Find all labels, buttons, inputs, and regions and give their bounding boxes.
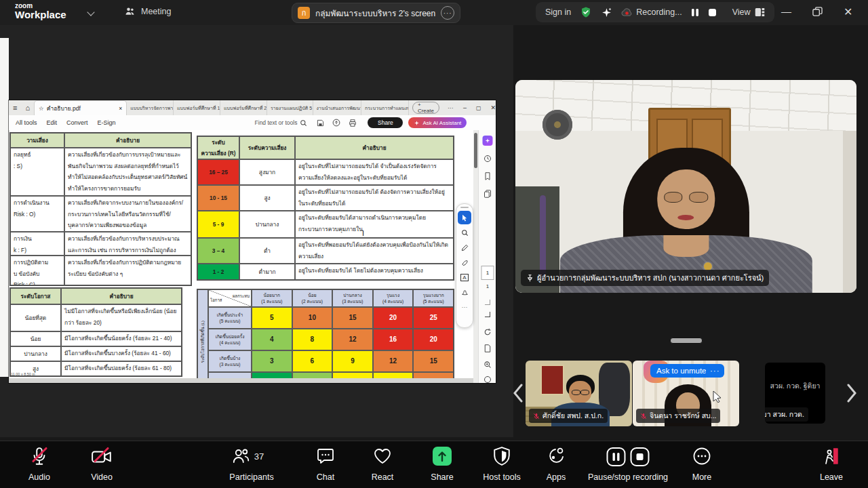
risk-range-cell: 5 - 9 [197, 211, 239, 238]
cursor-arrow-icon [461, 214, 469, 222]
search-icon[interactable] [300, 119, 307, 127]
mic-muted-icon [533, 413, 540, 420]
sign-in-button[interactable]: Sign in [545, 7, 571, 17]
zoom-tool-button[interactable] [458, 226, 471, 239]
audio-button[interactable] [31, 447, 48, 467]
print-icon[interactable] [349, 119, 357, 127]
menu-edit[interactable]: Edit [47, 119, 58, 126]
more-tools-button[interactable]: ··· [458, 300, 471, 314]
menu-esign[interactable]: E-Sign [98, 119, 116, 126]
more-button[interactable] [692, 447, 711, 466]
document-icon [484, 344, 492, 352]
video-button[interactable] [91, 447, 113, 467]
bookmarks-panel-button[interactable] [484, 172, 492, 180]
share-pdf-button[interactable]: Share [368, 117, 403, 128]
rotate-page-button[interactable] [484, 328, 492, 336]
acrobat-home-icon[interactable]: ⌂ [25, 104, 30, 112]
workspace-chevron-icon[interactable] [87, 8, 94, 16]
react-button[interactable] [373, 447, 392, 465]
menu-convert[interactable]: Convert [66, 119, 88, 126]
table-cell: น้อยที่สุด [10, 304, 61, 331]
tab-shared-screen[interactable]: ก กลุ่มพัฒนาระบบบริหาร 2's screen ··· [292, 3, 460, 23]
tab-close-icon[interactable]: × [119, 105, 122, 112]
pdf-tab[interactable]: งานนำเสนอการพัฒนาค... [313, 100, 362, 115]
table-cell: มีโอกาสที่จะเกิดขึ้นน้อยครั้ง (ร้อยละ 21… [61, 331, 182, 346]
page-number-box[interactable]: 1 [481, 266, 494, 280]
pdf-scrollbar-thumb[interactable] [474, 133, 477, 168]
pdf-tab[interactable]: รายงานแผนปฏิบัติ 5 ปี... [267, 100, 313, 115]
window-minimize-button[interactable]: — [781, 5, 791, 17]
participant-video-tile[interactable]: สวผ. กวด. ฐิติยา ฐิติยา สวผ. กวด. [765, 363, 825, 424]
pdf-tab[interactable]: กระบวนการทำแผนงบวิ... [361, 100, 409, 115]
table-cell: ปานกลาง [10, 346, 61, 361]
add-text-tool-button[interactable]: A [458, 270, 471, 284]
fit-page-button[interactable] [484, 344, 492, 352]
pdf-tab[interactable]: แบบฟอร์มที่ศึกษาที่ 1 ก... [174, 100, 220, 115]
tab-meeting[interactable]: Meeting [124, 6, 171, 17]
pdf-tab-active[interactable]: ☆ คำอธิบาย.pdf × [34, 100, 127, 115]
participant-more-button[interactable]: ··· [706, 364, 724, 378]
acrobat-restore-button[interactable]: ▢ [476, 105, 481, 111]
acrobat-menu-icon[interactable]: ≡ [13, 104, 17, 112]
share-label: Share [431, 472, 453, 482]
upload-icon[interactable] [332, 119, 340, 127]
participant-video-tile[interactable]: ศักดิ์ชัย สพป. ส.ป.ก. [526, 361, 632, 426]
ask-ai-assistant-button[interactable]: Ask AI Assistant [408, 117, 467, 128]
star-icon[interactable]: ☆ [39, 105, 44, 112]
speaker-face [657, 169, 715, 229]
participant-name-text: ฐิติยา สวผ. กวด. [765, 409, 804, 420]
screen-tab-more-icon[interactable]: ··· [441, 6, 454, 20]
pause-stop-recording-buttons[interactable] [606, 447, 650, 467]
pdf-tab[interactable]: แบบฟอร์มที่ศึกษาที่ 2 ก... [220, 100, 267, 115]
pages-panel-button[interactable] [484, 190, 492, 198]
matrix-cell: 5 [252, 307, 292, 329]
pdf-tab[interactable]: แบบบริหารจัดการพาฒ... [127, 100, 174, 115]
stop-icon[interactable] [630, 447, 650, 467]
window-restore-button[interactable] [812, 7, 823, 17]
zoom-in-button[interactable] [484, 361, 492, 369]
table-cell: มีโอกาสที่จะเกิดขึ้นบ่อยครั้ง (ร้อยละ 61… [61, 361, 182, 376]
select-tool-button[interactable] [458, 211, 471, 224]
panel-resize-handle[interactable] [670, 338, 703, 344]
stamp-tool-button[interactable] [458, 285, 471, 299]
acrobat-close-button[interactable]: ✕ [490, 104, 496, 111]
create-button[interactable]: + Create [412, 102, 439, 114]
previous-page-button[interactable] [485, 300, 490, 305]
filmstrip-prev-button[interactable] [513, 384, 524, 403]
table-cell: ความเสี่ยงที่เกี่ยวข้องกับการบริหารงบประ… [64, 232, 191, 256]
menu-all-tools[interactable]: All tools [16, 119, 37, 126]
participant-video-tile[interactable]: Ask to unmute ··· จินตนา ราชรักษ์ สบ... [633, 361, 739, 426]
view-button[interactable]: View [732, 7, 765, 17]
ai-assistant-panel-button[interactable] [483, 136, 493, 146]
ai-companion-icon[interactable] [601, 7, 612, 18]
next-page-button[interactable] [485, 312, 490, 317]
share-screen-button[interactable] [433, 447, 452, 466]
comments-panel-button[interactable] [484, 155, 492, 163]
filmstrip-next-button[interactable] [846, 384, 857, 403]
find-text-label[interactable]: Find text or tools [255, 119, 298, 126]
save-icon[interactable] [317, 119, 324, 127]
pause-icon[interactable] [606, 447, 627, 467]
acrobat-minimize-button[interactable]: – [463, 104, 467, 111]
risk-range-cell: 3 – 4 [197, 238, 239, 264]
ask-to-unmute-button[interactable]: Ask to unmute [650, 364, 713, 378]
titlebar-more-icon[interactable]: ··· [448, 104, 454, 111]
window-close-button[interactable]: ✕ [844, 5, 852, 18]
speaker-video-tile[interactable]: ผู้อำนวยการกลุ่มพัฒนาระบบบริหาร สปก (นาง… [515, 80, 856, 293]
shield-icon [493, 447, 511, 466]
apps-button[interactable] [547, 447, 566, 466]
chat-button[interactable] [316, 447, 335, 466]
security-shield-icon[interactable] [580, 6, 592, 18]
leave-button[interactable] [822, 447, 841, 466]
corner-likelihood-label: โอกาส [210, 295, 222, 306]
pencil-tool-button[interactable] [458, 241, 471, 254]
zoom-out-button[interactable] [484, 375, 492, 383]
palette-drag-handle[interactable] [460, 207, 469, 208]
host-tools-button[interactable] [493, 447, 511, 466]
stop-recording-button[interactable] [708, 8, 717, 17]
highlighter-tool-button[interactable] [458, 256, 471, 269]
table-cell: ความเสี่ยงที่เกิดจากระบบงานภายในขององค์ก… [64, 196, 191, 232]
pause-recording-button[interactable] [691, 8, 699, 17]
participants-button[interactable]: 37 [231, 447, 264, 466]
likelihood-header: ระดับโอกาส [10, 288, 61, 304]
